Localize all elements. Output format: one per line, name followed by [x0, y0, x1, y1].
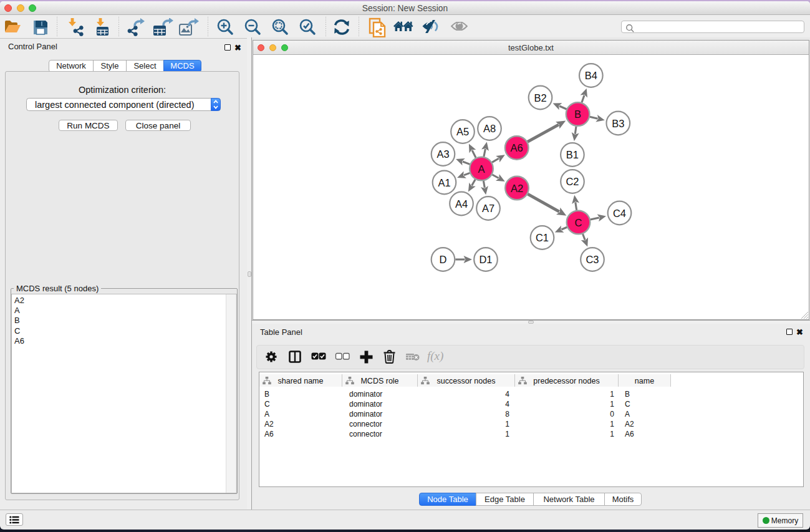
svg-text:C: C [575, 217, 582, 228]
svg-text:B3: B3 [612, 118, 624, 129]
svg-text:B4: B4 [585, 70, 597, 81]
svg-text:B2: B2 [534, 92, 546, 104]
svg-text:B: B [574, 109, 581, 120]
svg-text:A6: A6 [511, 142, 523, 153]
svg-text:C1: C1 [536, 232, 549, 243]
svg-text:B1: B1 [566, 149, 579, 160]
svg-text:C3: C3 [586, 254, 599, 265]
svg-text:A5: A5 [456, 126, 469, 137]
svg-text:A3: A3 [436, 148, 449, 160]
svg-text:D1: D1 [479, 254, 492, 265]
svg-text:A4: A4 [455, 198, 468, 210]
svg-text:C2: C2 [566, 176, 579, 187]
svg-text:A2: A2 [511, 183, 523, 194]
svg-text:A1: A1 [438, 177, 450, 188]
svg-text:A: A [478, 163, 485, 175]
svg-text:A7: A7 [482, 203, 494, 214]
svg-text:A8: A8 [483, 123, 496, 134]
svg-text:C4: C4 [613, 208, 626, 219]
svg-text:D: D [440, 254, 447, 265]
